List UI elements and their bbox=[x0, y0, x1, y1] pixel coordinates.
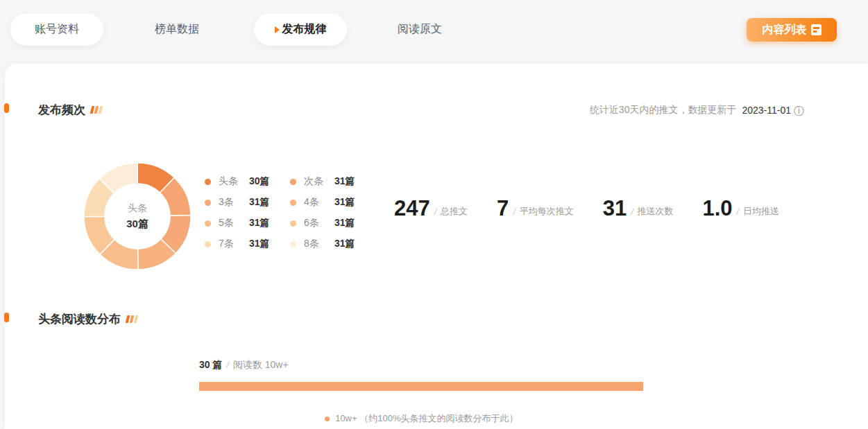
legend-dot bbox=[205, 241, 211, 247]
stat-label: 日均推送 bbox=[743, 204, 779, 219]
bars-decoration-icon bbox=[91, 106, 102, 114]
bar-label: 30 篇 / 阅读数 10w+ bbox=[199, 359, 649, 372]
tab-label: 榜单数据 bbox=[155, 22, 199, 37]
main-card: 发布频次 统计近30天内的推文，数据更新于 2023-11-01 ⓘ 头条 30… bbox=[5, 64, 868, 429]
legend-value: 31篇 bbox=[334, 196, 355, 209]
legend-value: 31篇 bbox=[334, 175, 355, 188]
stat-value: 7 bbox=[497, 198, 509, 219]
stat-avg-per-push: 7 / 平均每次推文 bbox=[497, 198, 574, 219]
legend-label: 5条 bbox=[219, 217, 249, 229]
caption-dot-icon bbox=[325, 417, 330, 421]
legend-value: 31篇 bbox=[249, 217, 270, 229]
section-marker bbox=[4, 313, 9, 322]
legend-label: 7条 bbox=[219, 238, 249, 250]
caption-note: （约100%头条推文的阅读数分布于此） bbox=[359, 413, 518, 423]
info-icon[interactable]: ⓘ bbox=[794, 105, 804, 116]
legend-label: 头条 bbox=[219, 175, 249, 188]
tab-read-original[interactable]: 阅读原文 bbox=[373, 13, 466, 46]
legend-value: 31篇 bbox=[334, 217, 355, 229]
legend-label: 次条 bbox=[304, 175, 334, 188]
legend-item: 5条 31篇 bbox=[205, 213, 290, 234]
active-tab-arrow-icon bbox=[275, 26, 280, 33]
note-text: 统计近30天内的推文，数据更新于 bbox=[590, 104, 737, 116]
bar-caption: 10w+ （约100%头条推文的阅读数分布于此） bbox=[199, 412, 643, 425]
legend-item: 6条 31篇 bbox=[290, 213, 375, 234]
stat-value: 1.0 bbox=[703, 198, 733, 219]
donut-legend: 头条 30篇 次条 31篇 3条 31篇 4条 31篇 5条 31篇 6条 31… bbox=[205, 171, 375, 254]
stat-label: 总推文 bbox=[441, 204, 468, 219]
stat-separator: / bbox=[631, 206, 633, 219]
legend-item: 次条 31篇 bbox=[290, 171, 375, 192]
legend-value: 30篇 bbox=[249, 175, 270, 188]
content-list-button-label: 内容列表 bbox=[763, 23, 807, 37]
section-title-text: 发布频次 bbox=[38, 102, 85, 118]
reads-distribution-chart: 30 篇 / 阅读数 10w+ 10w+ （约100%头条推文的阅读数分布于此） bbox=[199, 359, 649, 425]
tab-publish-pattern[interactable]: 发布规律 bbox=[254, 13, 347, 46]
legend-dot bbox=[290, 179, 296, 185]
legend-item: 8条 31篇 bbox=[290, 234, 375, 254]
legend-value: 31篇 bbox=[249, 196, 270, 209]
bar-separator: / bbox=[226, 359, 228, 372]
section-title-reads-distribution: 头条阅读数分布 bbox=[38, 311, 137, 327]
legend-dot bbox=[290, 220, 296, 227]
donut-svg bbox=[82, 161, 193, 272]
bar-track bbox=[199, 382, 643, 391]
tab-ranking-data[interactable]: 榜单数据 bbox=[130, 13, 223, 46]
stat-value: 247 bbox=[394, 198, 430, 219]
legend-label: 4条 bbox=[304, 196, 334, 209]
stat-total-tweets: 247 / 总推文 bbox=[394, 198, 468, 219]
legend-label: 6条 bbox=[304, 217, 334, 229]
section-marker bbox=[4, 103, 9, 113]
bar-bucket-label: 阅读数 10w+ bbox=[233, 359, 289, 371]
legend-dot bbox=[205, 179, 211, 185]
legend-item: 7条 31篇 bbox=[205, 234, 290, 254]
tab-account-profile[interactable]: 账号资料 bbox=[10, 13, 103, 46]
update-date: 2023-11-01 bbox=[742, 105, 791, 116]
stats-note: 统计近30天内的推文，数据更新于 2023-11-01 ⓘ bbox=[590, 104, 804, 116]
tab-label: 阅读原文 bbox=[398, 22, 442, 37]
stat-label: 推送次数 bbox=[638, 204, 674, 219]
tab-label: 发布规律 bbox=[282, 22, 327, 37]
legend-dot bbox=[290, 241, 296, 247]
stat-push-count: 31 / 推送次数 bbox=[603, 198, 674, 219]
legend-label: 8条 bbox=[304, 238, 334, 250]
tab-label: 账号资料 bbox=[35, 22, 79, 37]
legend-item: 头条 30篇 bbox=[205, 171, 290, 192]
legend-dot bbox=[205, 200, 211, 206]
legend-item: 3条 31篇 bbox=[205, 192, 290, 213]
publish-frequency-donut-chart: 头条 30篇 bbox=[82, 161, 193, 272]
stat-separator: / bbox=[513, 206, 515, 219]
legend-label: 3条 bbox=[219, 196, 249, 209]
publish-frequency-stats: 247 / 总推文 7 / 平均每次推文 31 / 推送次数 1.0 / 日均推… bbox=[394, 198, 779, 219]
reads-bar bbox=[199, 382, 643, 391]
legend-value: 31篇 bbox=[334, 238, 355, 250]
stat-label: 平均每次推文 bbox=[520, 204, 574, 219]
legend-dot bbox=[290, 200, 296, 206]
bars-decoration-icon bbox=[126, 315, 137, 323]
stat-separator: / bbox=[737, 206, 739, 219]
content-list-button[interactable]: 内容列表 bbox=[747, 18, 837, 42]
bar-article-count: 30 篇 bbox=[199, 359, 222, 371]
stat-separator: / bbox=[434, 206, 436, 219]
caption-bucket: 10w+ bbox=[335, 413, 357, 423]
legend-dot bbox=[205, 220, 211, 227]
stat-value: 31 bbox=[603, 198, 627, 219]
section-title-text: 头条阅读数分布 bbox=[38, 311, 121, 327]
legend-value: 31篇 bbox=[249, 238, 270, 250]
document-list-icon bbox=[811, 24, 822, 35]
section-title-publish-frequency: 发布频次 bbox=[38, 102, 102, 118]
stat-daily-push: 1.0 / 日均推送 bbox=[703, 198, 779, 219]
legend-item: 4条 31篇 bbox=[290, 192, 375, 213]
